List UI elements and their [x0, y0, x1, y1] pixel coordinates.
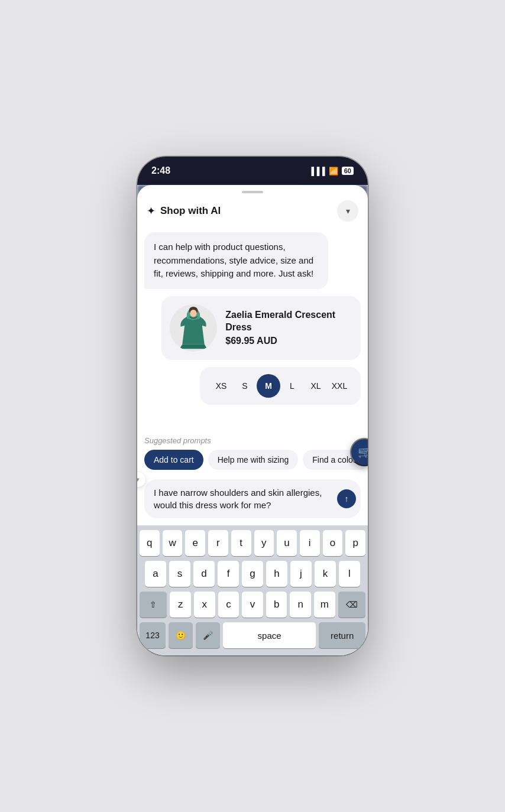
product-card[interactable]: Zaelia Emerald Crescent Dress $69.95 AUD — [161, 296, 361, 360]
chat-input-bubble[interactable]: I have narrow shoulders and skin allergi… — [144, 479, 361, 518]
input-area: I have narrow shoulders and skin allergi… — [137, 475, 368, 525]
suggested-prompts-label: Suggested prompts — [144, 436, 361, 445]
size-xl-button[interactable]: XL — [304, 374, 328, 398]
wifi-icon: 📶 — [329, 167, 338, 176]
ai-spark-icon: ✦ — [147, 204, 156, 217]
key-y[interactable]: y — [254, 530, 274, 556]
svg-point-2 — [190, 310, 197, 317]
size-selector: XS S M L XL XXL — [200, 367, 361, 405]
key-j[interactable]: j — [290, 561, 312, 587]
key-f[interactable]: f — [218, 561, 239, 587]
key-s[interactable]: s — [169, 561, 190, 587]
keyboard-row-2: a s d f g h j k l — [140, 561, 365, 587]
suggested-prompts-section: Suggested prompts Add to cart Help me wi… — [137, 433, 368, 475]
key-v[interactable]: v — [242, 592, 263, 618]
key-o[interactable]: o — [323, 530, 343, 556]
emoji-key[interactable]: 🙂 — [169, 622, 193, 648]
battery-icon: 60 — [342, 167, 354, 175]
send-button[interactable]: ↑ — [337, 489, 356, 508]
key-e[interactable]: e — [185, 530, 205, 556]
key-p[interactable]: p — [345, 530, 365, 556]
size-l-button[interactable]: L — [280, 374, 304, 398]
key-m[interactable]: m — [314, 592, 335, 618]
product-image — [170, 304, 217, 352]
shift-key[interactable]: ⇧ — [140, 592, 167, 618]
key-u[interactable]: u — [277, 530, 297, 556]
signal-icon: ▐▐▐ — [309, 167, 325, 176]
delete-key[interactable]: ⌫ — [338, 592, 365, 618]
keyboard-row-4: 123 🙂 🎤 space return — [140, 622, 365, 648]
dress-svg — [173, 306, 214, 350]
size-s-button[interactable]: S — [233, 374, 257, 398]
phone-frame: 2:48 ▐▐▐ 📶 60 ▾ 🛒 ✦ Shop with AI — [137, 157, 368, 655]
phone-wrapper: 2:48 ▐▐▐ 📶 60 ▾ 🛒 ✦ Shop with AI — [0, 0, 505, 812]
size-xxl-button[interactable]: XXL — [328, 374, 351, 398]
numbers-key[interactable]: 123 — [140, 622, 166, 648]
key-h[interactable]: h — [266, 561, 287, 587]
key-z[interactable]: z — [170, 592, 191, 618]
ai-collapse-button[interactable]: ▾ — [337, 200, 358, 222]
keyboard: q w e r t y u i o p a s d f g — [137, 525, 368, 655]
add-to-cart-chip[interactable]: Add to cart — [144, 450, 203, 470]
mic-key[interactable]: 🎤 — [196, 622, 220, 648]
key-t[interactable]: t — [231, 530, 251, 556]
key-l[interactable]: l — [339, 561, 360, 587]
status-bar: 2:48 ▐▐▐ 📶 60 — [137, 157, 368, 185]
key-w[interactable]: w — [163, 530, 183, 556]
product-price: $69.95 AUD — [225, 336, 352, 346]
ai-header: ✦ Shop with AI ▾ — [137, 193, 368, 228]
product-name: Zaelia Emerald Crescent Dress — [225, 309, 352, 334]
key-n[interactable]: n — [290, 592, 311, 618]
space-key[interactable]: space — [223, 622, 316, 648]
key-x[interactable]: x — [194, 592, 215, 618]
return-key[interactable]: return — [319, 622, 365, 648]
size-xs-button[interactable]: XS — [209, 374, 233, 398]
send-icon: ↑ — [345, 494, 349, 504]
time-display: 2:48 — [151, 165, 170, 176]
chat-content: I can help with product questions, recom… — [137, 228, 368, 433]
chat-input-text: I have narrow shoulders and skin allergi… — [154, 488, 322, 510]
key-q[interactable]: q — [140, 530, 160, 556]
bot-message-text: I can help with product questions, recom… — [154, 242, 313, 278]
key-b[interactable]: b — [266, 592, 287, 618]
chevron-down-icon: ▾ — [346, 206, 350, 216]
key-k[interactable]: k — [315, 561, 336, 587]
product-info: Zaelia Emerald Crescent Dress $69.95 AUD — [225, 309, 352, 347]
key-g[interactable]: g — [242, 561, 263, 587]
status-icons: ▐▐▐ 📶 60 — [309, 167, 354, 176]
key-i[interactable]: i — [300, 530, 320, 556]
key-r[interactable]: r — [208, 530, 228, 556]
prompt-chips-container: Add to cart Help me with sizing Find a c… — [144, 450, 361, 470]
ai-panel-title: Shop with AI — [160, 205, 221, 217]
help-sizing-chip[interactable]: Help me with sizing — [208, 450, 299, 470]
size-m-button[interactable]: M — [257, 374, 280, 398]
ai-sheet-panel: ✦ Shop with AI ▾ I can help with product… — [137, 185, 368, 655]
key-a[interactable]: a — [145, 561, 166, 587]
online-chevron-icon: ▾ — [137, 476, 140, 483]
ai-header-left: ✦ Shop with AI — [147, 204, 221, 217]
keyboard-row-3: ⇧ z x c v b n m ⌫ — [140, 592, 365, 618]
key-c[interactable]: c — [218, 592, 239, 618]
keyboard-row-1: q w e r t y u i o p — [140, 530, 365, 556]
key-d[interactable]: d — [193, 561, 215, 587]
bot-message-bubble: I can help with product questions, recom… — [144, 232, 328, 289]
